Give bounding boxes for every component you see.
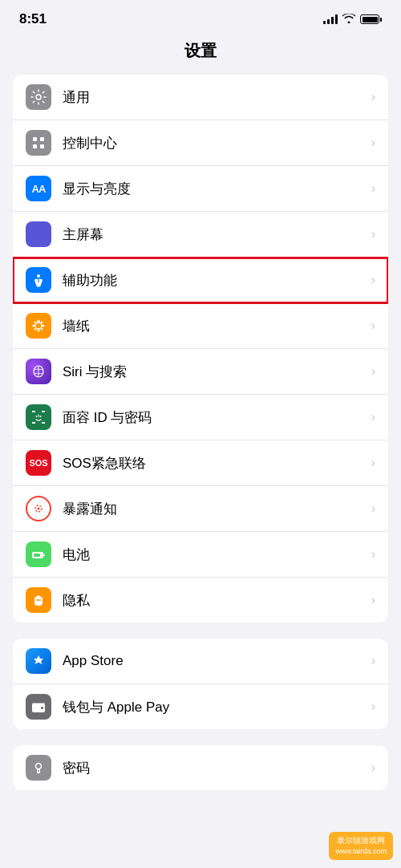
- baolu-chevron: ›: [371, 501, 375, 516]
- fuzhu-label: 辅助功能: [63, 271, 365, 290]
- tongyong-chevron: ›: [371, 90, 375, 104]
- svg-rect-29: [34, 554, 40, 557]
- svg-rect-2: [40, 137, 44, 141]
- appstore-label: App Store: [63, 653, 365, 669]
- bizhi-label: 墙纸: [63, 317, 365, 335]
- baolu-icon: [26, 496, 51, 521]
- svg-rect-3: [33, 144, 37, 148]
- watermark-line1: 泰尔镇游戏网: [335, 835, 387, 846]
- settings-item-siri[interactable]: Siri 与搜索 ›: [13, 349, 388, 395]
- yinsi-icon: [26, 587, 51, 613]
- svg-point-13: [41, 328, 43, 330]
- siri-chevron: ›: [371, 364, 375, 379]
- qianbao-chevron: ›: [371, 700, 375, 714]
- settings-item-bizhi[interactable]: 墙纸 ›: [13, 303, 388, 349]
- baolu-label: 暴露通知: [63, 500, 365, 518]
- zhupingmu-label: 主屏幕: [63, 225, 365, 244]
- settings-item-fuzhu[interactable]: 辅助功能 ›: [13, 258, 388, 303]
- mianrong-chevron: ›: [371, 410, 375, 424]
- svg-rect-35: [41, 707, 43, 709]
- settings-item-mianrong[interactable]: 面容 ID 与密码 ›: [13, 395, 388, 440]
- svg-rect-4: [40, 144, 44, 148]
- settings-item-mima[interactable]: 密码 ›: [13, 745, 388, 790]
- qianbao-label: 钱包与 Apple Pay: [63, 698, 365, 716]
- zhupingmu-chevron: ›: [371, 227, 375, 241]
- page-title: 设置: [0, 34, 401, 75]
- bizhi-chevron: ›: [371, 318, 375, 333]
- settings-item-diandian[interactable]: 电池 ›: [13, 532, 388, 578]
- settings-section-2: App Store › 钱包与 Apple Pay ›: [13, 639, 388, 729]
- wifi-icon: [342, 13, 355, 26]
- svg-point-23: [40, 416, 42, 417]
- svg-point-36: [36, 764, 42, 769]
- settings-item-yinsi[interactable]: 隐私 ›: [13, 578, 388, 623]
- siri-icon: [26, 359, 51, 384]
- svg-rect-34: [32, 703, 45, 705]
- settings-item-tongyong[interactable]: 通用 ›: [13, 75, 388, 120]
- svg-point-7: [35, 322, 42, 329]
- svg-rect-1: [33, 137, 37, 141]
- xianshi-icon: AA: [26, 176, 51, 201]
- svg-point-5: [37, 274, 40, 278]
- kongzhi-label: 控制中心: [63, 134, 365, 152]
- watermark: 泰尔镇游戏网 www.tairda.com: [329, 832, 393, 860]
- settings-section-1: 通用 › 控制中心 › AA 显示与亮度 ›: [13, 75, 388, 623]
- bizhi-icon: [26, 313, 51, 339]
- fuzhu-icon: [26, 267, 51, 293]
- siri-label: Siri 与搜索: [63, 363, 365, 381]
- sos-label: SOS紧急联络: [63, 454, 365, 473]
- tongyong-icon: [26, 84, 51, 110]
- svg-rect-21: [42, 422, 45, 424]
- appstore-icon: [26, 648, 51, 674]
- kongzhi-icon: [26, 130, 51, 156]
- sos-chevron: ›: [371, 456, 375, 470]
- svg-point-31: [39, 599, 41, 601]
- mima-icon: [26, 755, 51, 781]
- settings-item-baolu[interactable]: 暴露通知 ›: [13, 486, 388, 532]
- xianshi-chevron: ›: [371, 181, 375, 196]
- qianbao-icon: [26, 694, 51, 720]
- battery-icon: [360, 14, 382, 24]
- status-time: 8:51: [19, 11, 47, 27]
- svg-rect-28: [43, 554, 45, 556]
- svg-point-8: [38, 320, 40, 322]
- svg-point-30: [36, 599, 38, 601]
- svg-point-9: [38, 330, 40, 332]
- settings-item-zhupingmu[interactable]: 主屏幕 ›: [13, 212, 388, 258]
- yinsi-label: 隐私: [63, 591, 365, 610]
- svg-point-10: [33, 325, 35, 327]
- mianrong-icon: [26, 404, 51, 430]
- watermark-line2: www.tairda.com: [335, 846, 387, 857]
- sos-icon: SOS: [26, 450, 51, 476]
- svg-point-11: [43, 325, 45, 327]
- mima-label: 密码: [63, 759, 365, 777]
- appstore-chevron: ›: [371, 654, 375, 668]
- svg-rect-20: [32, 422, 35, 424]
- fuzhu-chevron: ›: [371, 273, 375, 287]
- kongzhi-chevron: ›: [371, 136, 375, 150]
- svg-point-26: [38, 508, 40, 510]
- settings-item-sos[interactable]: SOS SOS紧急联络 ›: [13, 440, 388, 486]
- diandian-chevron: ›: [371, 547, 375, 562]
- svg-point-12: [34, 322, 36, 323]
- status-bar: 8:51: [0, 0, 401, 34]
- xianshi-label: 显示与亮度: [63, 180, 365, 198]
- zhupingmu-icon: [26, 221, 51, 247]
- signal-icon: [323, 14, 338, 24]
- mima-chevron: ›: [371, 761, 375, 775]
- svg-rect-19: [42, 411, 45, 412]
- tongyong-label: 通用: [63, 88, 365, 107]
- settings-section-3: 密码 ›: [13, 745, 388, 790]
- settings-item-xianshi[interactable]: AA 显示与亮度 ›: [13, 166, 388, 212]
- svg-point-22: [36, 416, 38, 417]
- mianrong-label: 面容 ID 与密码: [63, 408, 365, 427]
- svg-point-32: [38, 599, 39, 601]
- svg-point-38: [38, 770, 39, 772]
- settings-item-appstore[interactable]: App Store ›: [13, 639, 388, 684]
- settings-item-kongzhi[interactable]: 控制中心 ›: [13, 120, 388, 166]
- svg-point-15: [34, 328, 36, 330]
- diandian-label: 电池: [63, 546, 365, 564]
- yinsi-chevron: ›: [371, 593, 375, 607]
- settings-item-qianbao[interactable]: 钱包与 Apple Pay ›: [13, 684, 388, 729]
- diandian-icon: [26, 541, 51, 567]
